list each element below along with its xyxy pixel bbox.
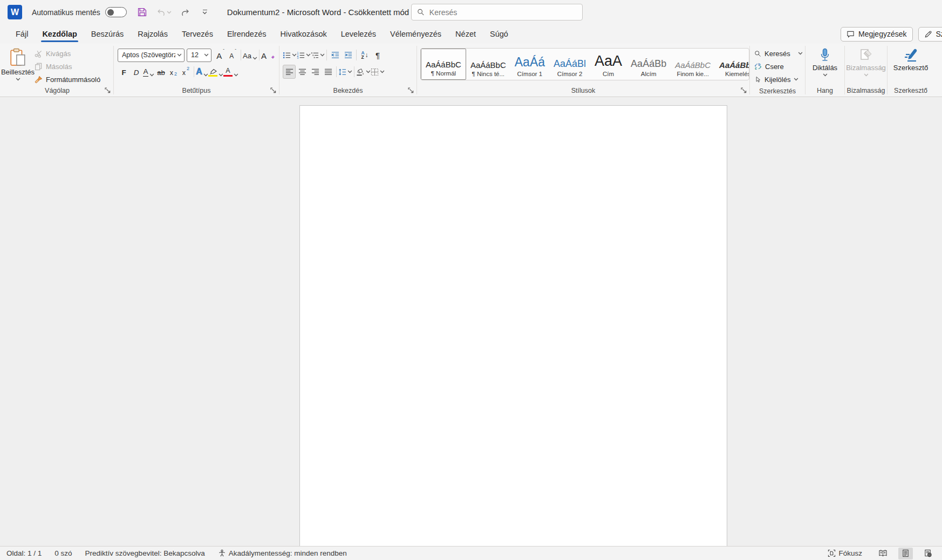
tab-fajl[interactable]: Fájl: [9, 24, 35, 44]
paragraph-dialog-launcher[interactable]: [408, 87, 414, 94]
align-right-button[interactable]: [309, 65, 322, 79]
tab-velemenyezes[interactable]: Véleményezés: [383, 24, 448, 44]
chevron-down-icon: [798, 52, 803, 55]
justify-button[interactable]: [322, 65, 335, 79]
scissors-icon: [35, 50, 43, 58]
style-heading2[interactable]: AaÁáBl Címsor 2: [549, 49, 590, 80]
focus-mode-button[interactable]: Fókusz: [828, 549, 862, 557]
comments-button[interactable]: Megjegyzések: [841, 27, 913, 42]
divider: [336, 66, 337, 77]
superscript-button[interactable]: x2: [180, 65, 192, 79]
increase-indent-button[interactable]: [342, 48, 354, 62]
editor-button[interactable]: Szerkesztő: [888, 44, 934, 84]
bold-button[interactable]: F: [118, 65, 130, 79]
paste-button[interactable]: Beillesztés: [1, 44, 35, 85]
bar-icon: [203, 10, 207, 10]
search-input[interactable]: [429, 8, 577, 17]
clipboard-dialog-launcher[interactable]: [105, 87, 111, 94]
style-subtitle[interactable]: AaÁáBb Alcím: [626, 49, 671, 80]
font-dialog-launcher[interactable]: [270, 87, 277, 94]
borders-button[interactable]: [371, 65, 385, 79]
cut-button[interactable]: Kivágás: [35, 48, 100, 59]
sensitivity-button[interactable]: Bizalmasság: [845, 44, 887, 84]
align-left-button[interactable]: [283, 65, 296, 79]
style-no-spacing[interactable]: AaÁáBbC ¶ Nincs té...: [466, 49, 510, 80]
multilevel-list-button[interactable]: [311, 48, 325, 62]
grow-font-button[interactable]: Aˆ: [214, 48, 227, 62]
customize-quick-access-toolbar-button[interactable]: [198, 5, 212, 19]
microphone-icon: [820, 48, 830, 62]
redo-button[interactable]: [179, 5, 193, 19]
italic-button[interactable]: D: [130, 65, 142, 79]
font-size-combobox[interactable]: 12: [187, 49, 211, 62]
word-count[interactable]: 0 szó: [54, 549, 72, 557]
chevron-down-icon: [306, 53, 311, 57]
chevron-down-icon: [823, 73, 828, 77]
save-button[interactable]: [135, 5, 149, 19]
subscript-button[interactable]: x2: [167, 65, 180, 79]
accessibility-person-icon: [218, 549, 226, 557]
sort-button[interactable]: AZ ↓: [358, 48, 371, 62]
select-button[interactable]: Kijelölés: [754, 73, 805, 85]
style-heading1[interactable]: AaÁá Címsor 1: [510, 49, 549, 80]
chevron-down-icon: [234, 73, 238, 77]
autosave-toggle[interactable]: [105, 7, 127, 17]
styles-gallery: AaÁáBbC ¶ Normál AaÁáBbC ¶ Nincs té... A…: [420, 48, 749, 80]
search-box[interactable]: [411, 4, 583, 21]
window-title: Dokumentum2 - Microsoft Word - Csökkente…: [227, 8, 409, 17]
web-layout-button[interactable]: [920, 548, 936, 559]
style-normal[interactable]: AaÁáBbC ¶ Normál: [421, 49, 466, 80]
chevron-down-icon: [149, 73, 154, 77]
tab-levelezes[interactable]: Levelezés: [334, 24, 383, 44]
word-app-icon[interactable]: W: [8, 5, 22, 19]
tab-hivatkozasok[interactable]: Hivatkozások: [273, 24, 333, 44]
autosave-label: Automatikus mentés: [32, 8, 100, 17]
clipboard-icon: [10, 48, 26, 66]
numbering-button[interactable]: [297, 48, 311, 62]
text-effects-button[interactable]: A: [196, 65, 208, 79]
dictate-button[interactable]: Diktálás: [806, 44, 844, 84]
font-color-button[interactable]: A: [223, 65, 238, 79]
page-indicator[interactable]: Oldal: 1 / 1: [6, 549, 42, 557]
tab-rajzolas[interactable]: Rajzolás: [131, 24, 175, 44]
line-spacing-button[interactable]: [338, 65, 352, 79]
clear-formatting-button[interactable]: A: [261, 48, 275, 62]
undo-button[interactable]: [155, 5, 173, 19]
decrease-indent-button[interactable]: [329, 48, 342, 62]
shading-button[interactable]: [356, 65, 371, 79]
replace-button[interactable]: Csere: [754, 60, 805, 72]
format-painter-button[interactable]: Formátummásoló: [35, 74, 100, 85]
copy-button[interactable]: Másolás: [35, 61, 100, 72]
font-name-combobox[interactable]: Aptos (Szövegtörzs: [118, 49, 185, 62]
style-title[interactable]: AaA Cím: [590, 49, 626, 80]
tab-beszuras[interactable]: Beszúrás: [84, 24, 131, 44]
underline-button[interactable]: A: [142, 65, 155, 79]
tab-sugo[interactable]: Súgó: [483, 24, 515, 44]
chevron-down-icon: [203, 73, 208, 77]
style-emphasis[interactable]: AaÁáBbC Kiemelés: [715, 49, 749, 80]
accessibility-checker[interactable]: Akadálymentesség: minden rendben: [218, 549, 347, 557]
find-button[interactable]: Keresés: [754, 47, 805, 59]
strikethrough-button[interactable]: ab: [155, 65, 167, 79]
change-case-button[interactable]: Aa: [243, 48, 257, 62]
highlight-color-bar: [208, 75, 217, 77]
read-mode-button[interactable]: [875, 548, 891, 559]
align-center-button[interactable]: [296, 65, 309, 79]
show-formatting-marks-button[interactable]: ¶: [371, 48, 384, 62]
predictive-text-indicator[interactable]: Prediktív szövegbevitel: Bekapcsolva: [85, 549, 205, 557]
paragraph-group: AZ ↓ ¶ Bekezdés: [279, 44, 417, 97]
style-subtle-emphasis[interactable]: AaÁáBbC Finom kie...: [671, 49, 715, 80]
search-icon: [754, 50, 761, 57]
styles-dialog-launcher[interactable]: [741, 87, 747, 94]
ribbon-tab-row: Fájl Kezdőlap Beszúrás Rajzolás Tervezés…: [0, 24, 942, 44]
text-highlight-color-button[interactable]: [208, 65, 223, 79]
shrink-font-button[interactable]: Aˇ: [227, 48, 239, 62]
tab-kezdolap[interactable]: Kezdőlap: [35, 24, 84, 44]
bullets-button[interactable]: [283, 48, 297, 62]
editing-mode-button[interactable]: Szerk: [918, 27, 942, 42]
tab-nezet[interactable]: Nézet: [448, 24, 483, 44]
print-layout-button[interactable]: [898, 548, 913, 559]
tab-elrendezes[interactable]: Elrendezés: [220, 24, 274, 44]
document-page[interactable]: [299, 105, 727, 546]
tab-tervezes[interactable]: Tervezés: [175, 24, 220, 44]
